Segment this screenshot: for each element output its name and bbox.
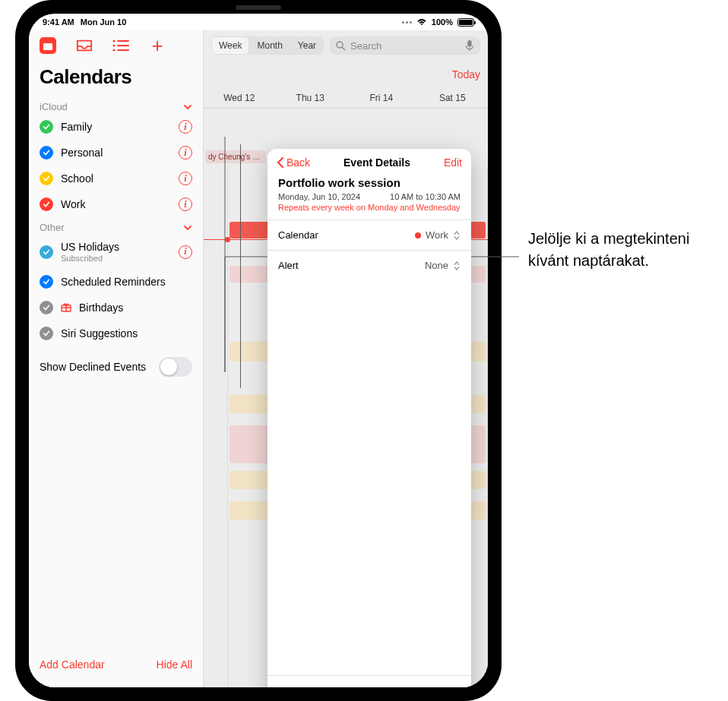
info-button[interactable]: i xyxy=(179,245,192,259)
row-value: Work xyxy=(426,229,448,241)
callout-text: Jelölje ki a megtekinteni kívánt naptára… xyxy=(528,228,714,272)
screen: 9:41 AM Mon Jun 10 100% xyxy=(29,14,488,687)
hide-all-button[interactable]: Hide All xyxy=(157,658,192,671)
checkmark-icon xyxy=(40,146,53,159)
delete-event-button[interactable]: Delete Event xyxy=(267,675,471,687)
add-calendar-button[interactable]: Add Calendar xyxy=(40,658,105,671)
mic-icon[interactable] xyxy=(465,39,474,52)
section-header-other[interactable]: Other xyxy=(29,217,203,235)
day-header[interactable]: Sat 15 xyxy=(417,93,489,103)
sidebar: + Calendars iCloud Family i Personal i xyxy=(29,30,204,687)
battery-percent: 100% xyxy=(432,17,453,27)
chevron-left-icon xyxy=(277,157,284,168)
calendar-item-siri-suggestions[interactable]: Siri Suggestions xyxy=(29,321,203,346)
section-header-icloud[interactable]: iCloud xyxy=(29,96,203,114)
segment-year[interactable]: Year xyxy=(290,36,324,55)
section-label: iCloud xyxy=(40,101,68,112)
sidebar-footer: Add Calendar Hide All xyxy=(29,646,203,687)
calendar-item-scheduled-reminders[interactable]: Scheduled Reminders xyxy=(29,269,203,295)
calendar-picker-row[interactable]: Calendar Work xyxy=(267,219,471,250)
back-button[interactable]: Back xyxy=(277,156,310,169)
today-button[interactable]: Today xyxy=(204,61,488,88)
calendar-item-school[interactable]: School i xyxy=(29,166,203,191)
alert-picker-row[interactable]: Alert None xyxy=(267,250,471,280)
sidebar-toolbar: + xyxy=(29,30,203,61)
checkmark-icon xyxy=(40,327,53,340)
event-details-popover: Back Event Details Edit Portfolio work s… xyxy=(267,149,471,687)
status-bar: 9:41 AM Mon Jun 10 100% xyxy=(29,14,488,30)
search-field[interactable]: Search xyxy=(330,36,480,55)
checkmark-icon xyxy=(40,197,53,211)
calendar-label: Work xyxy=(61,198,171,210)
calendar-label: Scheduled Reminders xyxy=(61,276,192,288)
info-button[interactable]: i xyxy=(179,120,192,134)
checkmark-icon xyxy=(40,275,53,289)
checkmark-icon xyxy=(40,245,53,259)
day-header[interactable]: Wed 12 xyxy=(204,93,275,103)
status-time: 9:41 AM xyxy=(43,17,74,27)
chevron-down-icon xyxy=(183,103,192,112)
event-time: 10 AM to 10:30 AM xyxy=(390,192,461,201)
updown-icon xyxy=(453,230,461,241)
search-icon xyxy=(336,41,346,51)
svg-rect-5 xyxy=(117,49,129,51)
gift-icon xyxy=(61,302,71,314)
calendar-label: Family xyxy=(61,121,171,133)
calendar-main: Week Month Year Search Today Wed 12 Thu … xyxy=(204,30,488,687)
info-button[interactable]: i xyxy=(179,197,192,211)
color-dot-icon xyxy=(415,232,421,238)
toggle-label: Show Declined Events xyxy=(40,361,146,373)
sidebar-title: Calendars xyxy=(29,61,203,96)
svg-rect-8 xyxy=(467,40,471,47)
wifi-icon xyxy=(416,18,427,26)
calendar-icon[interactable] xyxy=(40,37,56,54)
segment-week[interactable]: Week xyxy=(211,36,249,55)
calendar-item-us-holidays[interactable]: US Holidays Subscribed i xyxy=(29,235,203,269)
calendar-label-text: US Holidays xyxy=(61,241,171,253)
status-date: Mon Jun 10 xyxy=(81,17,127,27)
day-header[interactable]: Fri 14 xyxy=(346,93,417,103)
menu-dots-icon xyxy=(402,21,412,24)
row-label: Alert xyxy=(278,260,299,271)
info-button[interactable]: i xyxy=(179,146,192,159)
ipad-frame: 9:41 AM Mon Jun 10 100% xyxy=(15,0,502,701)
add-event-button[interactable]: + xyxy=(149,37,166,54)
info-button[interactable]: i xyxy=(179,172,192,185)
allday-event-chip[interactable]: dy Cheung's Bi… xyxy=(205,150,266,163)
day-header[interactable]: Thu 13 xyxy=(275,93,347,103)
event-title: Portfolio work session xyxy=(278,176,461,189)
svg-point-2 xyxy=(112,44,115,46)
calendar-label: Birthdays xyxy=(79,302,192,314)
calendar-sublabel: Subscribed xyxy=(61,254,171,263)
home-indicator xyxy=(198,692,319,695)
segment-month[interactable]: Month xyxy=(249,36,290,55)
day-headers: Wed 12 Thu 13 Fri 14 Sat 15 xyxy=(204,88,488,109)
event-date: Monday, Jun 10, 2024 xyxy=(278,192,360,201)
checkmark-icon xyxy=(40,120,53,134)
edit-button[interactable]: Edit xyxy=(444,156,462,169)
svg-rect-3 xyxy=(117,45,129,46)
calendar-label: School xyxy=(61,172,171,185)
main-topbar: Week Month Year Search xyxy=(204,30,488,61)
row-value: None xyxy=(425,260,448,271)
row-label: Calendar xyxy=(278,229,318,241)
svg-point-4 xyxy=(112,49,115,51)
calendar-item-family[interactable]: Family i xyxy=(29,114,203,140)
svg-point-0 xyxy=(112,39,115,42)
calendar-label: Siri Suggestions xyxy=(61,327,192,339)
search-placeholder: Search xyxy=(350,40,381,52)
updown-icon xyxy=(453,261,461,271)
calendar-item-birthdays[interactable]: Birthdays xyxy=(29,295,203,321)
show-declined-switch[interactable] xyxy=(159,357,192,377)
svg-rect-1 xyxy=(117,40,129,42)
section-label: Other xyxy=(40,222,65,233)
calendar-item-personal[interactable]: Personal i xyxy=(29,140,203,166)
chevron-down-icon xyxy=(183,223,192,232)
view-segment[interactable]: Week Month Year xyxy=(211,36,324,55)
svg-point-7 xyxy=(337,42,343,48)
popover-title: Event Details xyxy=(343,156,410,169)
calendar-item-work[interactable]: Work i xyxy=(29,191,203,217)
inbox-icon[interactable] xyxy=(76,37,93,54)
show-declined-toggle-row: Show Declined Events xyxy=(29,346,203,387)
list-icon[interactable] xyxy=(112,37,129,54)
